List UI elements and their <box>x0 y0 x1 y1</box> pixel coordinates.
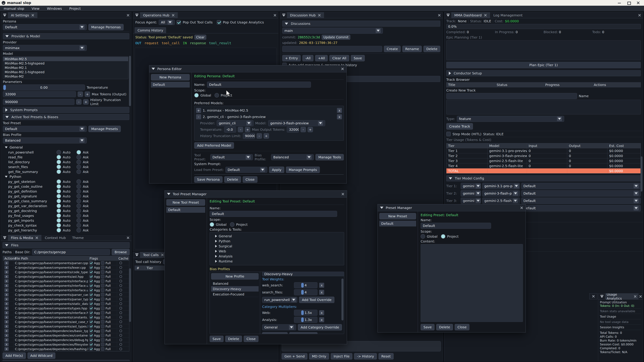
remove-file-button[interactable]: x <box>4 284 9 287</box>
reorder-button[interactable]: - <box>196 114 201 119</box>
agg-checkbox[interactable] <box>89 261 93 265</box>
discussion-select[interactable]: main <box>282 28 383 34</box>
close-dialog-icon[interactable] <box>520 206 523 210</box>
preset-name-input[interactable]: Default <box>210 211 337 217</box>
decrement-button[interactable]: - <box>256 133 262 139</box>
ask-radio[interactable] <box>76 184 81 189</box>
dock-icon[interactable] <box>599 294 604 299</box>
tier-provider-select[interactable]: gemini <box>461 198 481 204</box>
new-profile-button[interactable]: New Profile <box>211 273 258 280</box>
tier-provider-select[interactable]: gemini <box>461 190 481 197</box>
agg-checkbox[interactable] <box>89 329 93 333</box>
create-discussion-button[interactable]: Create <box>384 46 401 52</box>
tier-preset-select[interactable]: Default <box>521 183 641 189</box>
agg-checkbox[interactable] <box>89 316 93 319</box>
history-limit-input[interactable]: 900000 <box>243 133 255 139</box>
remove-file-button[interactable]: x <box>4 279 9 283</box>
model-list-item[interactable]: MiniMax-M2.5 <box>3 57 128 61</box>
increment-button[interactable]: + <box>264 133 269 139</box>
apply-button[interactable]: Apply <box>269 167 284 173</box>
auto-radio[interactable] <box>56 204 61 208</box>
slider-thumb[interactable] <box>3 85 6 90</box>
scrollbar-thumb[interactable] <box>640 156 642 192</box>
ask-radio[interactable] <box>76 223 81 228</box>
profile-list-item[interactable]: Balanced <box>211 281 258 286</box>
auto-radio[interactable] <box>56 179 61 184</box>
composer-action-button[interactable]: -> History <box>354 353 377 360</box>
ask-radio[interactable] <box>76 179 81 184</box>
full-checkbox[interactable] <box>101 343 104 346</box>
full-checkbox[interactable] <box>101 279 104 283</box>
remove-file-button[interactable]: x <box>4 261 9 265</box>
auto-radio[interactable] <box>56 169 61 174</box>
preset-name-input[interactable]: Default <box>420 223 491 229</box>
decrement-button[interactable]: - <box>300 127 306 132</box>
full-checkbox[interactable] <box>101 347 104 351</box>
tier-model-select[interactable]: gemini-3-flash-p <box>482 190 520 197</box>
discussions-header[interactable]: Discussions <box>282 21 440 27</box>
model-select[interactable]: gemini-3-flash-preview <box>268 120 325 126</box>
multiplier-slider[interactable]: 1.3x <box>294 317 318 323</box>
remove-file-button[interactable]: x <box>4 347 9 351</box>
weight-slider[interactable]: 4 <box>294 282 318 288</box>
popout-usage-checkbox[interactable] <box>217 20 221 25</box>
panel-close-icon[interactable] <box>126 236 130 240</box>
auto-radio[interactable] <box>56 228 61 232</box>
model-list-item[interactable]: MiniMax-M2.5-highspeed <box>3 61 128 65</box>
agg-checkbox[interactable] <box>89 270 93 274</box>
menu-item[interactable]: manual slop <box>0 6 28 10</box>
ask-radio[interactable] <box>76 194 81 198</box>
reorder-button[interactable]: + <box>196 108 201 113</box>
close-tab-icon[interactable] <box>172 13 175 17</box>
agg-checkbox[interactable] <box>89 302 93 306</box>
model-list-item[interactable]: MiniMax-M2.1 <box>3 65 128 70</box>
remove-file-button[interactable]: x <box>4 306 9 310</box>
update-commit-button[interactable]: Update Commit <box>322 35 350 40</box>
profile-name-input[interactable]: Discovery-Heavy <box>262 272 344 276</box>
new-discussion-input[interactable] <box>282 46 382 52</box>
tool-override-select[interactable]: run_powershell <box>262 297 297 303</box>
auto-radio[interactable] <box>56 160 61 164</box>
scrollbar-thumb[interactable] <box>129 56 131 106</box>
auto-radio[interactable] <box>56 209 61 213</box>
ask-radio[interactable] <box>76 165 81 169</box>
agg-checkbox[interactable] <box>89 334 93 337</box>
dock-icon[interactable] <box>281 12 286 18</box>
max-output-input[interactable]: 32000 <box>287 126 299 133</box>
conductor-setup-header[interactable]: Conductor Setup <box>446 70 641 76</box>
full-checkbox[interactable] <box>101 338 104 342</box>
decrement-button[interactable]: - <box>78 91 83 97</box>
full-checkbox[interactable] <box>101 320 104 324</box>
close-tab-icon[interactable] <box>35 236 38 240</box>
provider-select[interactable]: minimax <box>3 45 87 51</box>
full-checkbox[interactable] <box>101 316 104 319</box>
epic-planning-textarea[interactable] <box>446 40 641 60</box>
menu-item[interactable]: Project <box>66 6 84 10</box>
remove-override-button[interactable]: x <box>319 317 324 322</box>
panel-close-icon[interactable] <box>273 13 276 17</box>
menu-item[interactable]: Windows <box>43 6 66 10</box>
agg-checkbox[interactable] <box>89 320 93 324</box>
add-tool-override-button[interactable]: Add Tool Override <box>299 297 334 303</box>
load-preset-select[interactable]: Default <box>226 167 267 173</box>
tier-preset-select[interactable]: Default <box>521 198 641 204</box>
remove-file-button[interactable]: x <box>4 316 9 319</box>
profile-list-item[interactable]: Execution-Focused <box>211 292 258 297</box>
auto-radio[interactable] <box>56 223 61 228</box>
composer-action-button[interactable]: Inject File <box>331 353 352 360</box>
multiplier-slider[interactable]: 1.5x <box>294 310 318 316</box>
entry-action-button[interactable]: Save <box>351 55 365 61</box>
category-row[interactable]: Python <box>215 239 342 244</box>
remove-file-button[interactable]: x <box>4 338 9 342</box>
rename-discussion-button[interactable]: Rename <box>402 46 422 52</box>
entry-action-button[interactable]: + Entry <box>282 55 301 61</box>
plan-epic-button[interactable]: Plan Epic (Tier 1) <box>446 62 641 68</box>
delete-discussion-button[interactable]: Delete <box>424 46 440 52</box>
manage-tools-button[interactable]: Manage Tools <box>316 154 344 160</box>
decrement-button[interactable]: - <box>238 127 243 132</box>
auto-radio[interactable] <box>56 218 61 223</box>
agg-checkbox[interactable] <box>89 297 93 301</box>
remove-file-button[interactable]: x <box>4 297 9 301</box>
full-checkbox[interactable] <box>101 325 104 328</box>
remove-override-button[interactable]: x <box>319 310 324 315</box>
